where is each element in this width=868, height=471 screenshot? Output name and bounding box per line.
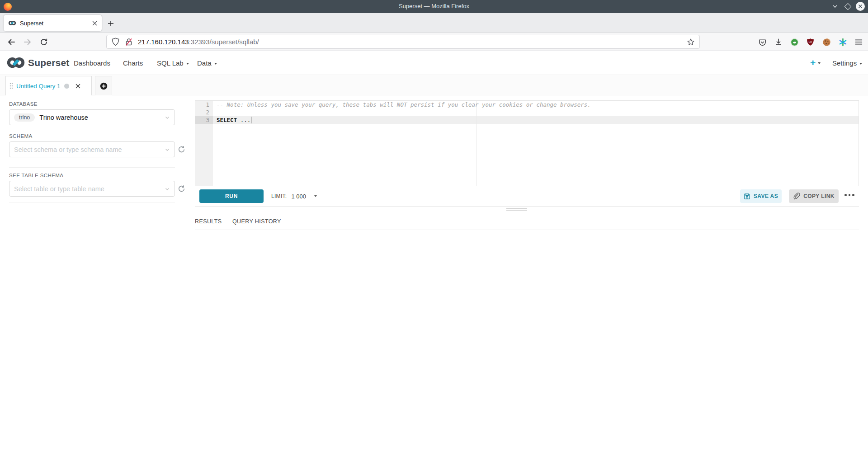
window-minimize-button[interactable] bbox=[830, 1, 840, 11]
line-number: 1 bbox=[195, 101, 209, 108]
bookmark-star-icon[interactable] bbox=[687, 38, 695, 46]
database-select[interactable]: trino Trino warehouse bbox=[9, 109, 175, 125]
editor-right-edge bbox=[859, 101, 859, 186]
superset-favicon-icon bbox=[8, 20, 16, 26]
refresh-schemas-button[interactable] bbox=[177, 145, 186, 154]
window-titlebar: Superset — Mozilla Firefox bbox=[0, 0, 868, 13]
query-tab-label: Untitled Query 1 bbox=[16, 83, 61, 89]
schema-select[interactable] bbox=[9, 141, 175, 157]
ublock-button[interactable]: UO bbox=[803, 35, 817, 49]
active-line-highlight bbox=[213, 116, 859, 124]
downloads-button[interactable] bbox=[772, 35, 785, 49]
new-tab-button[interactable] bbox=[105, 18, 116, 29]
insecure-lock-icon[interactable] bbox=[125, 38, 132, 46]
query-tab-active[interactable]: Untitled Query 1 bbox=[5, 76, 92, 95]
maximize-diamond-icon bbox=[844, 3, 851, 10]
add-new-button[interactable]: + bbox=[810, 57, 821, 68]
run-label: RUN bbox=[225, 193, 238, 199]
sql-keyword: SELECT bbox=[217, 117, 237, 123]
sql-editor[interactable]: 1 2 3 -- Note: Unless you save your quer… bbox=[195, 100, 859, 186]
caret-down-icon bbox=[818, 62, 821, 64]
save-icon bbox=[744, 193, 750, 200]
tab-results[interactable]: RESULTS bbox=[195, 218, 222, 225]
svg-text:UO: UO bbox=[808, 41, 812, 43]
schema-label: SCHEMA bbox=[9, 133, 33, 139]
query-tab-bar: Untitled Query 1 bbox=[0, 75, 868, 95]
caret-down-icon bbox=[186, 63, 189, 65]
add-query-tab-button[interactable] bbox=[95, 76, 112, 95]
pocket-button[interactable] bbox=[755, 35, 769, 49]
superset-navbar: Superset Dashboards Charts SQL Lab Data … bbox=[0, 51, 868, 75]
window-close-button[interactable] bbox=[855, 1, 865, 11]
limit-label: LIMIT: bbox=[271, 193, 287, 199]
shield-icon[interactable] bbox=[111, 38, 120, 46]
back-button[interactable] bbox=[5, 35, 18, 49]
settings-menu[interactable]: Settings bbox=[832, 59, 862, 67]
nav-dashboards[interactable]: Dashboards bbox=[74, 59, 110, 67]
caret-down-icon bbox=[859, 63, 862, 65]
sql-code-rest: ... bbox=[237, 117, 250, 123]
cookie-icon bbox=[822, 38, 831, 47]
green-extension-icon bbox=[790, 38, 799, 47]
table-select-input[interactable] bbox=[14, 185, 165, 193]
window-title: Superset — Mozilla Firefox bbox=[0, 3, 868, 9]
plus-icon bbox=[108, 20, 114, 27]
cookie-extension-button[interactable] bbox=[820, 35, 833, 49]
sql-comment-line: -- Note: Unless you save your query, the… bbox=[217, 101, 591, 108]
url-bar[interactable]: 217.160.120.143:32393/superset/sqllab/ bbox=[106, 35, 700, 49]
copy-link-button[interactable]: COPY LINK bbox=[789, 189, 839, 203]
save-as-button[interactable]: SAVE AS bbox=[740, 189, 782, 203]
schema-select-input[interactable] bbox=[14, 146, 165, 153]
hamburger-menu-icon bbox=[855, 39, 863, 45]
query-status-dot bbox=[64, 84, 69, 89]
pane-splitter-handle[interactable] bbox=[506, 208, 527, 209]
reload-icon bbox=[40, 38, 48, 46]
link-icon bbox=[793, 193, 800, 200]
database-value: Trino warehouse bbox=[39, 114, 88, 121]
colorful-asterisk-icon bbox=[839, 38, 847, 47]
chevron-down-icon bbox=[165, 186, 170, 192]
more-actions-button[interactable] bbox=[844, 194, 854, 196]
refresh-tables-button[interactable] bbox=[177, 184, 186, 193]
limit-value: 1 000 bbox=[291, 193, 306, 200]
url-host: 217.160.120.143 bbox=[138, 38, 189, 46]
nav-data-label: Data bbox=[197, 59, 212, 67]
plus-label: + bbox=[810, 57, 816, 68]
chevron-down-icon bbox=[832, 3, 838, 9]
brand-name: Superset bbox=[28, 57, 69, 68]
download-icon bbox=[774, 38, 783, 46]
drag-handle-icon[interactable] bbox=[9, 83, 13, 89]
table-select[interactable] bbox=[9, 181, 175, 197]
nav-charts[interactable]: Charts bbox=[123, 59, 143, 67]
database-label: DATABASE bbox=[9, 101, 38, 107]
pane-splitter-handle[interactable] bbox=[506, 210, 527, 211]
caret-down-icon bbox=[314, 195, 317, 197]
window-maximize-button[interactable] bbox=[843, 1, 853, 11]
nav-data[interactable]: Data bbox=[197, 59, 217, 67]
text-cursor bbox=[251, 117, 252, 123]
limit-dropdown[interactable]: LIMIT: 1 000 bbox=[271, 186, 317, 206]
extension-green-button[interactable] bbox=[788, 35, 801, 49]
reload-button[interactable] bbox=[37, 35, 51, 49]
nav-sql-lab[interactable]: SQL Lab bbox=[157, 59, 189, 67]
run-button[interactable]: RUN bbox=[199, 189, 264, 203]
save-as-label: SAVE AS bbox=[754, 193, 778, 199]
settings-label: Settings bbox=[832, 59, 857, 67]
editor-action-bar: RUN LIMIT: 1 000 SAVE AS COPY LINK bbox=[195, 186, 859, 207]
back-arrow-icon bbox=[7, 38, 16, 47]
chevron-down-icon bbox=[165, 115, 170, 120]
copy-link-label: COPY LINK bbox=[803, 193, 835, 199]
asterisk-extension-button[interactable] bbox=[836, 35, 849, 49]
menu-button[interactable] bbox=[852, 35, 865, 49]
query-tab-close-icon[interactable] bbox=[75, 84, 80, 89]
browser-tab-strip: Superset bbox=[0, 13, 868, 33]
add-circle-icon bbox=[100, 82, 108, 90]
forward-button[interactable] bbox=[21, 35, 34, 49]
tab-close-icon[interactable] bbox=[92, 21, 97, 26]
tab-query-history[interactable]: QUERY HISTORY bbox=[232, 218, 281, 225]
superset-logo-icon bbox=[6, 57, 25, 69]
chevron-down-icon bbox=[165, 147, 170, 152]
browser-tab-superset[interactable]: Superset bbox=[4, 15, 102, 31]
browser-tab-title: Superset bbox=[20, 20, 92, 27]
superset-brand[interactable]: Superset bbox=[6, 57, 69, 69]
